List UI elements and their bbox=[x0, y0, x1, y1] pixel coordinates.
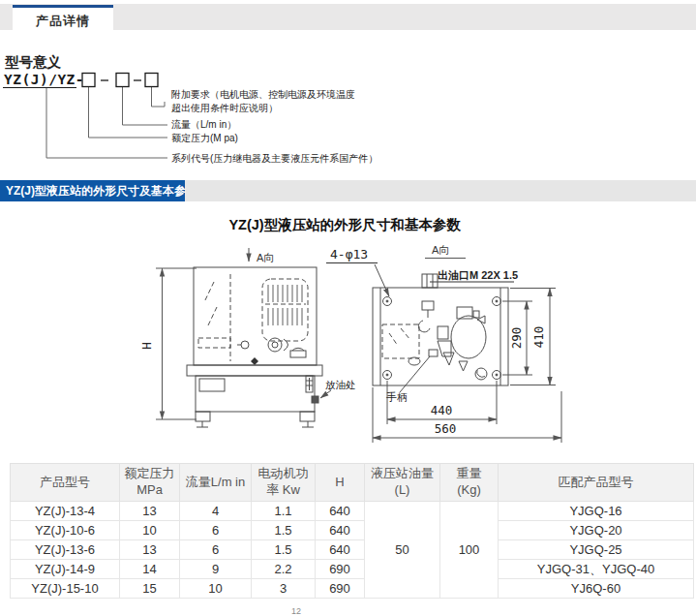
code-placeholder-boxes bbox=[82, 74, 158, 87]
col-oil-volume: 液压站油量 (L) bbox=[365, 464, 440, 502]
dim-h-label: H bbox=[139, 342, 154, 350]
cell-flow: 4 bbox=[180, 502, 252, 521]
table-row: YZ(J)-10-6 10 6 1.5 640 YJGQ-20 bbox=[11, 521, 694, 540]
section-bar: YZ(J)型液压站的外形尺寸及基本参 bbox=[0, 180, 696, 201]
cell-h: 640 bbox=[316, 502, 365, 521]
cell-pressure: 10 bbox=[120, 521, 180, 540]
leader-series bbox=[46, 88, 167, 158]
dim-290-label: 290 bbox=[509, 327, 524, 350]
cell-h: 690 bbox=[316, 560, 365, 579]
cell-power: 1.5 bbox=[252, 521, 316, 540]
annotation-series: 系列代号(压力继电器及主要液压元件系国产件） bbox=[171, 153, 378, 164]
model-code-text: YZ(J)/YZ- bbox=[4, 72, 84, 87]
annotation-additional-line1: 附加要求（电机电源、控制电源及环境温度 bbox=[171, 89, 355, 100]
cell-pressure: 14 bbox=[120, 560, 180, 579]
cell-power: 1.5 bbox=[252, 540, 316, 560]
name-plate bbox=[199, 379, 225, 391]
cell-power: 1.1 bbox=[252, 502, 316, 521]
page-number: 12 bbox=[291, 606, 301, 616]
cell-pressure: 13 bbox=[120, 540, 180, 560]
cell-flow: 10 bbox=[180, 579, 252, 599]
tab-bar: 产品详情 bbox=[0, 4, 696, 30]
cell-model: YZ(J)-13-4 bbox=[11, 502, 120, 521]
cell-model: YZ(J)-14-9 bbox=[11, 560, 120, 579]
cell-match: YJGQ-16 bbox=[499, 502, 694, 521]
table-row: YZ(J)-13-6 13 6 1.5 640 YJGQ-25 bbox=[11, 540, 694, 560]
a-view-right-label: A向 bbox=[432, 244, 449, 256]
tab-product-details[interactable]: 产品详情 bbox=[13, 5, 113, 34]
footprint-dashed bbox=[382, 324, 419, 358]
cell-power: 2.2 bbox=[252, 560, 316, 579]
tank-top-outline bbox=[373, 288, 508, 385]
annotation-flow: 流量（L/m in） bbox=[171, 119, 236, 130]
table-row: YZ(J)-13-4 13 4 1.1 640 50 100 YJGQ-16 bbox=[11, 502, 694, 521]
col-pressure: 额定压力 MPa bbox=[120, 464, 180, 502]
col-model: 产品型号 bbox=[11, 464, 120, 502]
leader-additional bbox=[152, 87, 166, 108]
col-weight: 重量 (Kg) bbox=[440, 464, 499, 502]
cell-model: YZ(J)-15-10 bbox=[11, 579, 120, 599]
outlet-port bbox=[422, 274, 438, 288]
oil-tank bbox=[196, 376, 315, 412]
model-code-diagram: YZ(J)/YZ- 附加要求（电机电源、控制电源及环境温度 超出使用条件时应说明… bbox=[0, 64, 696, 180]
cell-match: YJGQ-25 bbox=[499, 540, 694, 560]
cell-pressure: 15 bbox=[120, 579, 180, 599]
dim-440-label: 440 bbox=[431, 403, 453, 417]
table-header-row: 产品型号 额定压力 MPa 流量L/m in 电动机功率 Kw H 液压站油量 … bbox=[11, 464, 694, 502]
radiator-fins bbox=[268, 285, 302, 325]
cell-h: 690 bbox=[316, 579, 365, 599]
handle-leader bbox=[400, 356, 430, 392]
table-row: YZ(J)-14-9 14 9 2.2 690 YJGQ-31、YJGQ-40 bbox=[11, 560, 694, 579]
feet bbox=[196, 412, 315, 427]
cell-oil-volume: 50 bbox=[365, 502, 440, 599]
valve-marker bbox=[251, 357, 258, 365]
cell-h: 640 bbox=[316, 521, 365, 540]
cell-model: YZ(J)-10-6 bbox=[11, 521, 120, 540]
holes-leader bbox=[375, 264, 389, 296]
cell-flow: 6 bbox=[180, 521, 252, 540]
handle-label: 手柄 bbox=[386, 391, 408, 403]
col-power: 电动机功率 Kw bbox=[252, 464, 316, 502]
drain-plug bbox=[312, 396, 318, 403]
section-bar-title: YZ(J)型液压站的外形尺寸及基本参 bbox=[0, 180, 185, 201]
table-row: YZ(J)-15-10 15 10 3 690 YJ6Q-60 bbox=[11, 579, 694, 599]
cell-match: YJ6Q-60 bbox=[499, 579, 694, 599]
col-match: 匹配产品型号 bbox=[499, 464, 694, 502]
drain-leader bbox=[320, 390, 331, 398]
dim-h-lines bbox=[156, 268, 197, 419]
spec-table: 产品型号 额定压力 MPa 流量L/m in 电动机功率 Kw H 液压站油量 … bbox=[10, 463, 694, 599]
leader-flow bbox=[123, 87, 168, 126]
cell-pressure: 13 bbox=[120, 502, 180, 521]
drain-label: 放油处 bbox=[325, 379, 356, 390]
tab-label: 产品详情 bbox=[36, 13, 90, 30]
drawing-title: YZ(J)型液压站的外形尺寸和基本参数 bbox=[228, 217, 461, 232]
cell-power: 3 bbox=[252, 579, 316, 599]
technical-drawing: YZ(J)型液压站的外形尺寸和基本参数 bbox=[0, 205, 696, 457]
cell-match: YJGQ-20 bbox=[499, 521, 694, 540]
cell-weight: 100 bbox=[440, 502, 499, 599]
product-detail-page: 产品详情 型号意义 YZ(J)/YZ- 附加要求（电机电源、控制电源及环境温度 … bbox=[0, 0, 696, 616]
a-view-left-label: A向 bbox=[257, 252, 274, 263]
leader-pressure bbox=[89, 87, 168, 139]
cell-flow: 6 bbox=[180, 540, 252, 560]
bolt-holes bbox=[383, 297, 501, 380]
holes-label: 4-φ13 bbox=[330, 247, 368, 262]
annotation-additional-line2: 超出使用条件时应说明） bbox=[171, 103, 278, 113]
cell-model: YZ(J)-13-6 bbox=[11, 540, 120, 560]
outlet-label: 出油口M 22X 1.5 bbox=[438, 269, 518, 281]
cell-h: 640 bbox=[316, 540, 365, 560]
col-h: H bbox=[316, 464, 365, 502]
dim-560-label: 560 bbox=[435, 421, 457, 436]
dim-410-label: 410 bbox=[531, 326, 546, 349]
oil-level-gauge bbox=[306, 376, 313, 392]
cell-flow: 9 bbox=[180, 560, 252, 579]
annotation-pressure: 额定压力(M pa) bbox=[171, 133, 238, 143]
cabinet-internals-dashed bbox=[198, 274, 308, 361]
cell-match: YJGQ-31、YJGQ-40 bbox=[499, 560, 694, 579]
shelf bbox=[187, 365, 322, 376]
col-flow: 流量L/m in bbox=[180, 464, 252, 502]
